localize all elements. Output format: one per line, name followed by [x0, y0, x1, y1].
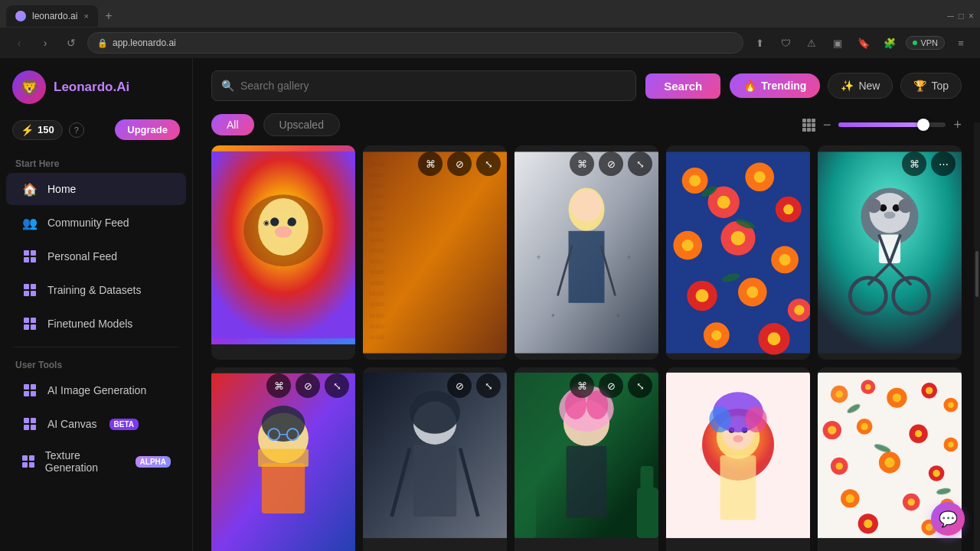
maximize-button[interactable]: □	[959, 11, 964, 21]
svg-point-71	[689, 174, 701, 186]
gallery-item[interactable]: ⌘ ⊘ ⤡	[211, 367, 355, 551]
overlay-more-button[interactable]: ⊘	[447, 152, 472, 176]
upgrade-button[interactable]: Upgrade	[115, 119, 180, 140]
svg-rect-146	[720, 455, 756, 520]
svg-point-73	[717, 196, 730, 209]
svg-rect-105	[879, 235, 900, 264]
overlay-cmd-button[interactable]: ⌘	[902, 152, 926, 176]
back-button[interactable]: ‹	[9, 33, 29, 53]
scrollbar-track[interactable]	[974, 122, 980, 551]
zoom-plus-button[interactable]: +	[953, 117, 962, 133]
search-input[interactable]	[240, 80, 626, 92]
gallery-item[interactable]: 𓀀 𓁀 𓂀 𓃀 𓄀 𓅀 𓆀 𓇀 𓈀 𓉀 𓊀 𓋀 𓌀 𓍀 𓎀 𓏀 𓐀 𓑀 𓒀 𓓀 …	[363, 145, 507, 360]
bookmark-icon[interactable]: 🔖	[854, 33, 874, 53]
overlay-cmd-button[interactable]: ⌘	[570, 373, 594, 398]
sidebar-item-texture[interactable]: Texture Generation ALPHA	[6, 442, 186, 481]
overlay-expand-button[interactable]: ⤡	[476, 373, 501, 398]
sidebar-toggle-icon[interactable]: ▣	[828, 33, 848, 53]
svg-point-157	[948, 402, 954, 408]
svg-point-167	[836, 462, 843, 469]
svg-rect-30	[802, 128, 806, 132]
shield-icon[interactable]: 🛡	[776, 33, 795, 53]
gallery-item[interactable]: ⌘ ⊘ ⤡	[514, 367, 658, 551]
overlay-more-button[interactable]: ⊘	[296, 373, 320, 398]
svg-point-179	[864, 520, 872, 528]
overlay-more-button[interactable]: ⋯	[931, 152, 956, 176]
vpn-status-dot	[913, 41, 917, 45]
tab-bar: leonardo.ai × + ─ □ ×	[0, 0, 980, 28]
svg-text:𓊃 𓋃 𓌃 𓍃 𓎃: 𓊃 𓋃 𓌃 𓍃 𓎃	[370, 313, 384, 318]
svg-rect-24	[802, 119, 806, 122]
ai-image-icon	[21, 382, 38, 399]
overlay-more-button[interactable]: ⊘	[599, 152, 623, 176]
svg-point-103	[867, 199, 881, 214]
sidebar-item-ai-canvas[interactable]: AI Canvas BETA	[6, 408, 186, 440]
overlay-cmd-button[interactable]: ⌘	[418, 152, 443, 176]
gallery-item[interactable]: ⊘ ⤡	[363, 367, 507, 551]
svg-point-83	[779, 254, 791, 266]
share-icon[interactable]: ⬆	[750, 33, 769, 53]
svg-rect-26	[812, 119, 815, 122]
svg-text:𓏂 𓐂 𓑂 𓒂 𓓂: 𓏂 𓐂 𓑂 𓒂 𓓂	[370, 280, 384, 285]
gallery-item[interactable]	[666, 145, 810, 360]
svg-rect-5	[31, 284, 36, 289]
reload-button[interactable]: ↺	[61, 33, 81, 53]
scrollbar-thumb[interactable]	[975, 251, 978, 297]
svg-text:𓅂 𓆂 𓇂 𓈂 𓉂: 𓅂 𓆂 𓇂 𓈂 𓉂	[370, 259, 384, 264]
sparkle-icon: ✨	[841, 80, 854, 92]
gallery-search-box[interactable]: 🔍	[211, 70, 636, 101]
new-button[interactable]: ✨ New	[828, 73, 893, 99]
search-button[interactable]: Search	[645, 73, 720, 99]
svg-rect-15	[31, 391, 36, 396]
extensions-icon[interactable]: 🧩	[880, 33, 900, 53]
sidebar-item-ai-image[interactable]: AI Image Generation	[6, 374, 186, 406]
svg-rect-25	[807, 119, 811, 122]
gallery-item[interactable]: ⚜ ⚜ ✦ ✦ ⌘ ⊘ ⤡	[514, 145, 658, 360]
gallery-item[interactable]	[666, 367, 810, 551]
address-bar[interactable]: 🔒 app.leonardo.ai	[87, 32, 743, 54]
overlay-expand-button[interactable]: ⤡	[628, 373, 652, 398]
overlay-more-button[interactable]: ⊘	[447, 373, 472, 398]
menu-icon[interactable]: ≡	[951, 33, 971, 53]
forward-button[interactable]: ›	[35, 33, 55, 53]
sidebar-item-community-feed[interactable]: 👥 Community Feed	[6, 207, 186, 239]
minimize-button[interactable]: ─	[947, 11, 954, 21]
grid-view-icon[interactable]	[802, 118, 815, 132]
sidebar-item-personal-feed[interactable]: Personal Feed	[6, 240, 186, 272]
grid-controls: − +	[802, 117, 962, 133]
credits-badge: ⚡ 150	[12, 120, 63, 140]
sidebar-item-home[interactable]: 🏠 Home	[6, 173, 186, 205]
chat-bubble-button[interactable]: 💬	[931, 502, 965, 536]
alert-icon[interactable]: ⚠	[802, 33, 822, 53]
top-button[interactable]: 🏆 Top	[900, 73, 962, 99]
gallery-item[interactable]: ◉ ◉	[211, 145, 355, 360]
sidebar-item-finetuned[interactable]: Finetuned Models	[6, 308, 186, 340]
zoom-minus-button[interactable]: −	[823, 117, 831, 133]
trending-button[interactable]: 🔥 Trending	[730, 73, 820, 98]
tab-close-button[interactable]: ×	[83, 11, 88, 21]
svg-rect-23	[29, 462, 34, 468]
sidebar-ai-image-label: AI Image Generation	[47, 384, 146, 396]
filter-all-tab[interactable]: All	[211, 114, 254, 135]
overlay-expand-button[interactable]: ⤡	[476, 152, 501, 176]
slider-thumb[interactable]	[917, 119, 929, 131]
zoom-slider[interactable]	[838, 122, 946, 127]
credits-info-button[interactable]: ?	[69, 122, 84, 138]
svg-point-159	[828, 425, 836, 434]
svg-rect-20	[22, 455, 28, 461]
overlay-expand-button[interactable]: ⤡	[628, 152, 652, 176]
overlay-expand-button[interactable]: ⤡	[325, 373, 349, 398]
browser-tab[interactable]: leonardo.ai ×	[6, 5, 98, 27]
svg-point-165	[948, 442, 954, 448]
gallery-item[interactable]: ⌘ ⋯	[818, 145, 962, 360]
overlay-cmd-button[interactable]: ⌘	[570, 152, 594, 176]
svg-rect-6	[24, 291, 29, 296]
overlay-cmd-button[interactable]: ⌘	[266, 373, 291, 398]
vpn-badge[interactable]: VPN	[906, 36, 945, 50]
new-tab-button[interactable]: +	[98, 5, 119, 27]
svg-point-91	[711, 331, 721, 341]
overlay-more-button[interactable]: ⊘	[599, 373, 623, 398]
sidebar-item-training[interactable]: Training & Datasets	[6, 274, 186, 306]
close-window-button[interactable]: ×	[969, 11, 974, 21]
filter-upscaled-tab[interactable]: Upscaled	[263, 113, 340, 136]
